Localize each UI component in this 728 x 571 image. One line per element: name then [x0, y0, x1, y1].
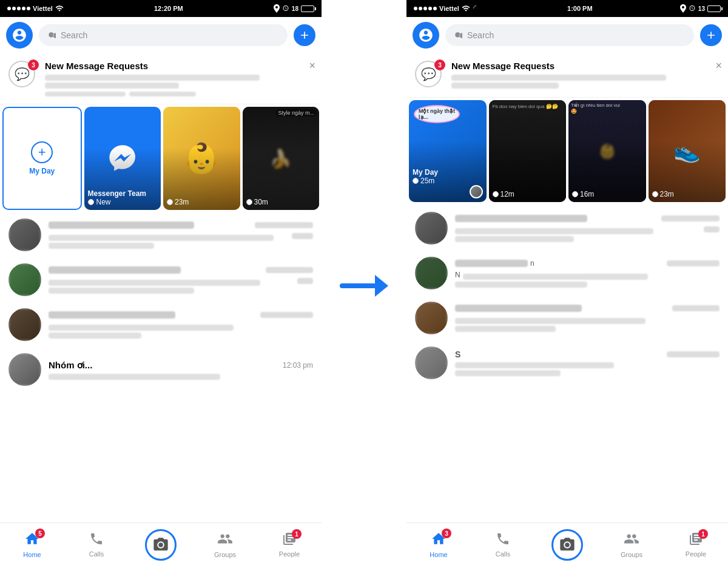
left-search-bar[interactable]: Search [39, 24, 288, 46]
right-requests-close[interactable]: × [715, 59, 722, 72]
left-nav-groups[interactable]: Groups [193, 531, 257, 563]
right-requests-icon: 💬 3 [415, 61, 444, 90]
right-camera-ring [551, 529, 583, 561]
right-chat-item-2[interactable]: n N [406, 251, 728, 296]
right-my-day-label: My Day [413, 168, 483, 177]
left-chat-name-real: Nhóm ơi... [49, 360, 92, 371]
right-story-3[interactable]: 👶 Tiết gì nhìu tien doi vui🤩 16m [568, 100, 646, 202]
left-story-my-day-label: My Day [29, 167, 55, 175]
left-nav-groups-label: Groups [214, 551, 236, 558]
right-story-2[interactable]: Fb doo nay blen doi qua 🤔🤔 12m [489, 100, 567, 202]
right-chat-avatar-3 [415, 302, 448, 334]
left-bottom-nav: 5 Home Calls Groups 1 [0, 522, 322, 571]
left-messenger-team-name: Messenger Team [88, 189, 158, 198]
left-carrier: Viettel [33, 5, 53, 12]
left-nav-calls-label: Calls [89, 550, 104, 558]
left-compose-button[interactable] [294, 24, 315, 46]
right-nav-groups[interactable]: Groups [599, 531, 664, 563]
left-chat-avatar-2 [8, 263, 41, 296]
right-chat-avatar-1 [415, 212, 448, 245]
left-nav-people[interactable]: 1 People [257, 532, 322, 563]
left-chat-list: Nhóm ơi... 12:03 pm [0, 212, 322, 522]
left-nav-home-label: Home [23, 551, 41, 558]
right-bottom-nav: 3 Home Calls Groups 1 [406, 522, 728, 571]
right-requests-title: New Message Requests [451, 61, 720, 71]
left-nav-home-badge: 5 [35, 529, 45, 538]
right-nav-calls-label: Calls [496, 550, 510, 558]
right-nav-groups-label: Groups [621, 551, 642, 558]
right-requests-badge: 3 [434, 59, 445, 70]
right-story4-time: 23m [660, 190, 674, 198]
right-nav-calls[interactable]: Calls [471, 532, 535, 563]
left-avatar-button[interactable] [6, 22, 33, 49]
right-story3-time: 16m [580, 190, 594, 198]
right-status-bar: Viettel 1:00 PM 13 [406, 0, 728, 17]
right-search-bar[interactable]: Search [445, 24, 694, 46]
left-chat-avatar-real [8, 353, 41, 386]
left-chat-time-real: 12:03 pm [283, 361, 313, 370]
left-nav-home[interactable]: 5 Home [0, 531, 64, 563]
right-my-day-time: 25m [420, 177, 434, 185]
left-story3-time: 23m [175, 198, 189, 206]
left-requests-badge: 3 [28, 59, 39, 70]
right-story-my-day[interactable]: Một ngày thậtlạ... My Day 25m [409, 100, 487, 202]
left-phone-panel: Viettel 12:20 PM 18 Search 💬 3 [0, 0, 322, 571]
left-requests-banner[interactable]: 💬 3 New Message Requests × [0, 53, 322, 104]
right-time: 1:00 PM [567, 5, 593, 12]
arrow-right [340, 271, 388, 301]
right-stories-row: Một ngày thậtlạ... My Day 25m Fb doo nay… [406, 98, 728, 206]
right-carrier: Viettel [439, 5, 459, 12]
left-battery-pct: 18 [292, 5, 298, 12]
right-chat-item-4[interactable]: S [406, 340, 728, 385]
right-chat-item-1[interactable] [406, 206, 728, 251]
left-chat-avatar-3 [8, 308, 41, 341]
left-story-messenger-team[interactable]: Messenger Team New [84, 107, 161, 210]
left-chat-item-3[interactable] [0, 302, 322, 347]
left-nav-calls[interactable]: Calls [64, 532, 129, 563]
left-stories-row: + My Day Messenger Team New 👶 23m [0, 104, 322, 212]
left-nav-camera[interactable] [129, 529, 193, 566]
arrow-container [322, 0, 406, 571]
right-nav-camera[interactable] [535, 529, 599, 566]
right-avatar-button[interactable] [413, 22, 439, 49]
left-requests-title: New Message Requests [45, 61, 313, 71]
right-chat-list: n N S [406, 206, 728, 522]
right-header: Search [406, 17, 728, 53]
right-nav-home[interactable]: 3 Home [406, 531, 471, 563]
right-nav-people-label: People [686, 550, 706, 558]
right-chat-item-3[interactable] [406, 296, 728, 340]
right-nav-home-label: Home [430, 551, 447, 558]
left-messenger-team-new: New [96, 198, 111, 206]
left-story4-time: 30m [254, 198, 268, 206]
left-story-4[interactable]: 🍌 Style ngày m... 30m [243, 107, 320, 210]
left-requests-icon: 💬 3 [8, 61, 38, 90]
left-header: Search [0, 17, 322, 53]
left-requests-close[interactable]: × [309, 59, 315, 72]
left-chat-item-1[interactable] [0, 212, 322, 257]
left-chat-item-2[interactable] [0, 257, 322, 302]
right-compose-button[interactable] [700, 24, 722, 46]
left-search-placeholder: Search [61, 30, 87, 40]
left-camera-ring [145, 529, 177, 561]
left-chat-avatar-1 [8, 218, 41, 251]
right-nav-people[interactable]: 1 People [664, 532, 728, 563]
right-nav-people-badge: 1 [698, 529, 708, 539]
right-chat-avatar-2 [415, 257, 448, 289]
right-battery-pct: 13 [698, 5, 705, 12]
left-time: 12:20 PM [154, 5, 183, 12]
left-nav-people-badge: 1 [292, 529, 302, 539]
left-story-add-icon: + [31, 141, 53, 163]
right-story-4[interactable]: 👟 23m [649, 100, 726, 202]
right-search-placeholder: Search [467, 30, 494, 40]
left-nav-people-label: People [279, 550, 300, 558]
left-status-bar: Viettel 12:20 PM 18 [0, 0, 322, 17]
left-story-my-day[interactable]: + My Day [2, 107, 82, 210]
left-chat-item-real[interactable]: Nhóm ơi... 12:03 pm [0, 347, 322, 392]
right-story2-time: 12m [500, 190, 514, 198]
right-requests-banner[interactable]: 💬 3 New Message Requests × [406, 53, 728, 98]
right-nav-home-badge: 3 [442, 529, 451, 538]
right-chat-avatar-4 [415, 346, 448, 379]
right-phone-panel: Viettel 1:00 PM 13 Search 💬 3 [406, 0, 728, 571]
left-story-3[interactable]: 👶 23m [163, 107, 240, 210]
